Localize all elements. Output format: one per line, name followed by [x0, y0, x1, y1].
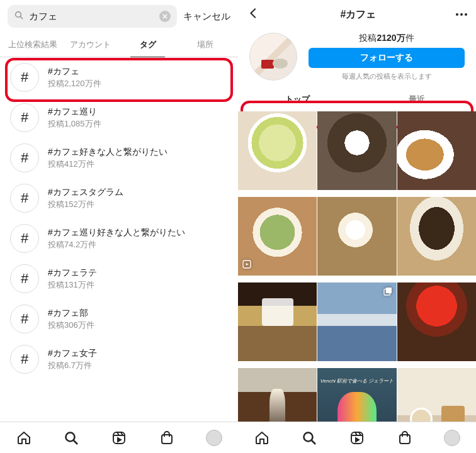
hashtag-name: #カフェ巡り [48, 106, 101, 118]
detail-header: #カフェ [238, 0, 476, 29]
nav-reels[interactable] [95, 422, 143, 453]
search-results-screen: カフェ キャンセル 上位検索結果 アカウント タグ 場所 # #カフェ投稿2,1… [0, 0, 238, 453]
svg-line-1 [20, 16, 23, 19]
hashtag-name: #カフェ巡り好きな人と繋がりたい [48, 227, 185, 238]
hashtag-cover-image [249, 33, 297, 81]
hashtag-result-item[interactable]: # #カフェ投稿2,120万件 [0, 57, 238, 98]
post-thumbnail[interactable] [238, 197, 317, 276]
hashtag-result-item[interactable]: # #カフェ巡り投稿1,085万件 [0, 98, 238, 138]
nav-shop[interactable] [143, 422, 191, 453]
hashtag-result-list: # #カフェ投稿2,120万件 # #カフェ巡り投稿1,085万件 # #カフェ… [0, 57, 238, 453]
hashtag-count: 投稿131万件 [48, 279, 97, 291]
hashtag-note: 毎週人気の投稿を表示します [342, 72, 432, 81]
bottom-nav [238, 422, 476, 453]
reel-badge-icon [242, 259, 252, 272]
hash-icon: # [10, 103, 39, 132]
tab-top-results[interactable]: 上位検索結果 [4, 33, 62, 57]
svg-point-11 [304, 432, 313, 441]
hash-icon: # [10, 63, 39, 92]
hashtag-name: #カフェスタグラム [48, 187, 123, 198]
hash-icon: # [10, 264, 39, 293]
hashtag-result-item[interactable]: # #カフェ女子投稿6.7万件 [0, 339, 238, 379]
page-title: #カフェ [341, 8, 377, 21]
svg-rect-13 [351, 432, 363, 444]
hash-icon: # [10, 345, 39, 374]
posts-grid [238, 111, 476, 453]
more-options-icon[interactable] [456, 13, 467, 16]
hashtag-name: #カフェラテ [48, 267, 97, 279]
svg-rect-7 [162, 435, 172, 444]
nav-profile[interactable] [190, 422, 238, 453]
tab-places[interactable]: 場所 [177, 33, 235, 57]
svg-line-5 [74, 440, 77, 444]
hashtag-result-item[interactable]: # #カフェスタグラム投稿152万件 [0, 178, 238, 218]
hashtag-name: #カフェ [48, 66, 101, 77]
sort-tab-recent[interactable]: 最近 [357, 87, 476, 111]
nav-reels[interactable] [333, 422, 381, 453]
hash-icon: # [10, 224, 39, 253]
post-thumbnail[interactable] [317, 282, 396, 361]
search-bar-row: カフェ キャンセル [0, 0, 238, 33]
sort-tab-top[interactable]: トップ [238, 87, 357, 111]
nav-home[interactable] [238, 422, 286, 453]
svg-line-12 [312, 440, 315, 444]
tab-tags[interactable]: タグ [119, 33, 177, 57]
hashtag-result-item[interactable]: # #カフェ好きな人と繋がりたい投稿412万件 [0, 138, 238, 178]
search-icon [14, 10, 24, 23]
hashtag-result-item[interactable]: # #カフェラテ投稿131万件 [0, 259, 238, 299]
nav-profile[interactable] [428, 422, 476, 453]
post-thumbnail[interactable] [238, 111, 317, 190]
svg-rect-6 [113, 432, 125, 444]
svg-point-0 [16, 12, 21, 18]
sort-tabs: トップ 最近 [238, 87, 476, 111]
svg-point-4 [66, 432, 75, 441]
hashtag-count: 投稿74.2万件 [48, 239, 185, 250]
nav-shop[interactable] [381, 422, 429, 453]
cancel-button[interactable]: キャンセル [183, 11, 230, 23]
back-icon[interactable] [247, 6, 261, 23]
nav-search[interactable] [48, 422, 96, 453]
carousel-badge-icon [383, 286, 393, 299]
hash-icon: # [10, 184, 39, 213]
hashtag-count: 投稿2,120万件 [48, 78, 101, 89]
hash-icon: # [10, 305, 39, 333]
svg-rect-14 [400, 435, 410, 444]
clear-search-icon[interactable] [159, 11, 171, 22]
hashtag-count: 投稿1,085万件 [48, 118, 101, 130]
hashtag-result-item[interactable]: # #カフェ巡り好きな人と繋がりたい投稿74.2万件 [0, 218, 238, 259]
post-thumbnail[interactable] [317, 111, 396, 190]
nav-home[interactable] [0, 422, 48, 453]
svg-rect-9 [385, 288, 391, 293]
hashtag-name: #カフェ部 [48, 308, 94, 319]
post-count: 投稿2120万件 [359, 33, 414, 44]
post-thumbnail[interactable] [238, 282, 317, 361]
hashtag-count: 投稿412万件 [48, 159, 167, 170]
post-thumbnail[interactable] [317, 197, 396, 276]
hashtag-count: 投稿152万件 [48, 199, 123, 210]
tab-accounts[interactable]: アカウント [62, 33, 120, 57]
post-thumbnail[interactable] [397, 197, 476, 276]
hashtag-detail-screen: #カフェ 投稿2120万件 フォローする 毎週人気の投稿を表示します トップ 最… [238, 0, 476, 453]
hashtag-info-row: 投稿2120万件 フォローする 毎週人気の投稿を表示します [238, 29, 476, 87]
bottom-nav [0, 422, 238, 453]
nav-search[interactable] [286, 422, 334, 453]
post-thumbnail[interactable] [397, 111, 476, 190]
follow-button[interactable]: フォローする [309, 48, 465, 68]
hash-icon: # [10, 143, 39, 172]
avatar-icon [444, 430, 460, 446]
avatar-icon [206, 430, 222, 446]
search-input[interactable]: カフェ [29, 11, 154, 23]
hashtag-count: 投稿6.7万件 [48, 360, 97, 371]
hashtag-count: 投稿306万件 [48, 320, 94, 331]
search-category-tabs: 上位検索結果 アカウント タグ 場所 [0, 33, 238, 57]
hashtag-result-item[interactable]: # #カフェ部投稿306万件 [0, 299, 238, 339]
hashtag-name: #カフェ女子 [48, 348, 97, 359]
search-box[interactable]: カフェ [8, 5, 177, 28]
post-thumbnail[interactable] [397, 282, 476, 361]
hashtag-name: #カフェ好きな人と繋がりたい [48, 147, 167, 158]
